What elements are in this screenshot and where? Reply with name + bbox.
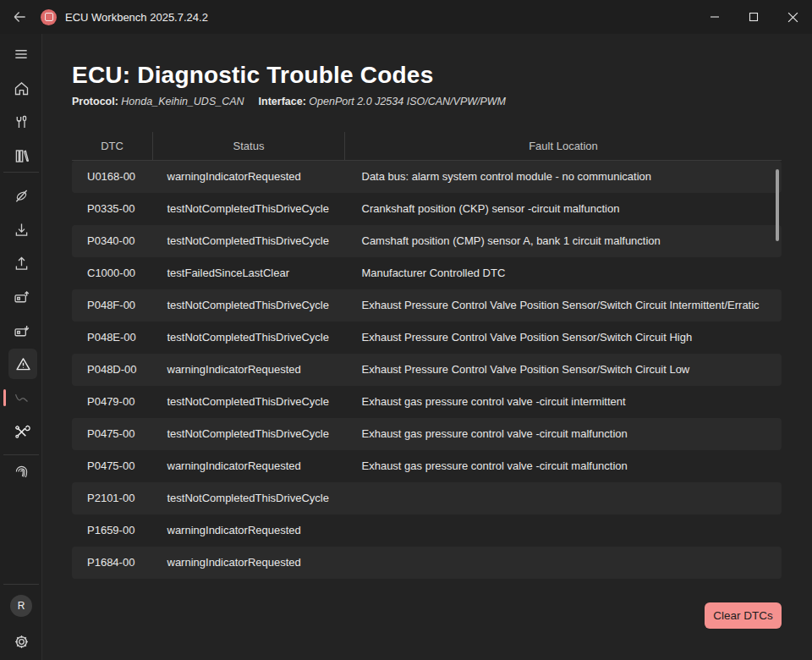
back-arrow-icon (11, 8, 28, 25)
sidebar-item-library[interactable] (6, 140, 36, 171)
back-button[interactable] (5, 3, 34, 31)
titlebar: ECU Workbench 2025.7.24.2 (0, 0, 812, 34)
sidebar-item-dtc[interactable] (8, 349, 37, 379)
status-cell: testFailedSinceLastClear (153, 257, 345, 289)
protocol-value: Honda_Keihin_UDS_CAN (121, 96, 244, 107)
download-tray-icon (13, 221, 30, 239)
sidebar-item-utilities[interactable] (6, 416, 36, 447)
fault-location-cell: Manufacturer Controlled DTC (345, 257, 782, 289)
table-row[interactable]: P0335-00 testNotCompletedThisDriveCycle … (72, 193, 782, 225)
wrench-screwdriver-icon (13, 113, 30, 131)
sidebar-item-live-chart[interactable] (6, 382, 36, 413)
connection-meta: Protocol: Honda_Keihin_UDS_CAN Interface… (72, 96, 506, 107)
table-row[interactable]: P0479-00 testNotCompletedThisDriveCycle … (72, 386, 782, 418)
fault-location-cell: Exhaust Pressure Control Valve Position … (345, 289, 782, 322)
warning-triangle-icon (14, 355, 32, 373)
fault-location-cell: Crankshaft position (CKP) sensor -circui… (345, 193, 782, 225)
sidebar-item-security[interactable] (6, 456, 36, 487)
interface-label: Interface: (259, 96, 306, 107)
fault-location-cell (345, 482, 782, 514)
protocol-label: Protocol: (72, 96, 118, 107)
dtc-code-cell: P1659-00 (72, 514, 153, 547)
fingerprint-icon (13, 463, 30, 481)
avatar[interactable]: R (10, 595, 32, 617)
upload-tray-icon (13, 255, 30, 272)
fault-location-cell (345, 514, 782, 547)
minimize-icon (710, 12, 720, 22)
status-cell: warningIndicatorRequested (153, 161, 345, 193)
page-title: ECU: Diagnostic Trouble Codes (72, 62, 433, 89)
table-row[interactable]: P0340-00 testNotCompletedThisDriveCycle … (72, 225, 782, 257)
status-cell: testNotCompletedThisDriveCycle (153, 386, 345, 418)
dtc-table: DTC Status Fault Location U0168-00 warni… (72, 132, 782, 579)
sidebar-item-settings[interactable] (6, 626, 36, 657)
table-row[interactable]: P0475-00 testNotCompletedThisDriveCycle … (72, 418, 782, 450)
menu-button[interactable] (6, 39, 36, 69)
dtc-table-header: DTC Status Fault Location (72, 132, 782, 161)
dtc-code-cell: P048F-00 (72, 289, 153, 322)
status-cell: testNotCompletedThisDriveCycle (153, 193, 345, 225)
maximize-icon (749, 12, 759, 22)
status-cell: testNotCompletedThisDriveCycle (153, 289, 345, 322)
table-scrollbar-track[interactable] (775, 134, 779, 580)
maximize-button[interactable] (734, 0, 773, 34)
status-cell: warningIndicatorRequested (153, 514, 345, 547)
dtc-code-cell: P0335-00 (72, 193, 153, 225)
fault-location-cell: Exhaust gas pressure control valve -circ… (345, 386, 782, 418)
dtc-table-body: U0168-00 warningIndicatorRequested Data … (72, 161, 782, 579)
column-header-status[interactable]: Status (153, 132, 345, 161)
column-header-fault-location[interactable]: Fault Location (345, 132, 782, 161)
fault-location-cell: Exhaust gas pressure control valve -circ… (345, 418, 782, 450)
table-row[interactable]: P1684-00 warningIndicatorRequested (72, 547, 782, 579)
fault-location-cell: Camshaft position (CMP) sensor A, bank 1… (345, 225, 782, 257)
table-row[interactable]: C1000-00 testFailedSinceLastClear Manufa… (72, 257, 782, 289)
table-scrollbar-thumb[interactable] (776, 169, 779, 241)
hamburger-icon (13, 46, 30, 63)
window-controls (695, 0, 812, 34)
line-chart-icon (13, 389, 30, 407)
dtc-code-cell: P048E-00 (72, 322, 153, 354)
status-cell: warningIndicatorRequested (153, 354, 345, 386)
table-row[interactable]: P048D-00 warningIndicatorRequested Exhau… (72, 354, 782, 386)
table-row[interactable]: P048F-00 testNotCompletedThisDriveCycle … (72, 289, 782, 322)
table-row[interactable]: P1659-00 warningIndicatorRequested (72, 514, 782, 547)
table-row[interactable]: U0168-00 warningIndicatorRequested Data … (72, 161, 782, 193)
dtc-code-cell: P0340-00 (72, 225, 153, 257)
sidebar-item-home[interactable] (6, 73, 36, 103)
close-button[interactable] (773, 0, 812, 34)
dtc-code-cell: U0168-00 (72, 161, 153, 193)
gear-icon (13, 633, 30, 651)
fault-location-cell: Exhaust Pressure Control Valve Position … (345, 322, 782, 354)
table-row[interactable]: P048E-00 testNotCompletedThisDriveCycle … (72, 322, 782, 354)
dtc-code-cell: P1684-00 (72, 547, 153, 579)
app-logo-icon (41, 9, 57, 25)
avatar-initial: R (18, 600, 25, 612)
table-row[interactable]: P2101-00 testNotCompletedThisDriveCycle (72, 482, 782, 514)
app-window: { "titlebar": { "title": "ECU Workbench … (0, 0, 812, 660)
dtc-code-cell: P0475-00 (72, 450, 153, 482)
chip-down-arrow-icon (13, 322, 30, 340)
sidebar-item-connect[interactable] (6, 181, 36, 212)
dtc-code-cell: P048D-00 (72, 354, 153, 386)
sidebar-item-tools[interactable] (6, 107, 36, 137)
fault-location-cell (345, 547, 782, 579)
crossed-tools-icon (13, 423, 30, 441)
fault-location-cell: Data bus: alarm system control module - … (345, 161, 782, 193)
sidebar-item-flash-read[interactable] (6, 316, 36, 346)
status-cell: testNotCompletedThisDriveCycle (153, 482, 345, 514)
status-cell: testNotCompletedThisDriveCycle (153, 418, 345, 450)
window-title: ECU Workbench 2025.7.24.2 (65, 11, 208, 24)
table-row[interactable]: P0475-00 warningIndicatorRequested Exhau… (72, 450, 782, 482)
minimize-button[interactable] (695, 0, 734, 34)
fault-location-cell: Exhaust Pressure Control Valve Position … (345, 354, 782, 386)
sidebar-divider (3, 584, 39, 585)
sidebar-item-download[interactable] (6, 214, 36, 245)
column-header-dtc[interactable]: DTC (72, 132, 153, 161)
sidebar-item-upload[interactable] (6, 248, 36, 278)
clear-dtcs-button[interactable]: Clear DTCs (705, 602, 782, 629)
sidebar-item-flash-write[interactable] (6, 282, 36, 312)
status-cell: warningIndicatorRequested (153, 450, 345, 482)
sidebar-divider (3, 454, 39, 455)
interface-value: OpenPort 2.0 J2534 ISO/CAN/VPW/PWM (309, 96, 506, 107)
dtc-code-cell: P0479-00 (72, 386, 153, 418)
